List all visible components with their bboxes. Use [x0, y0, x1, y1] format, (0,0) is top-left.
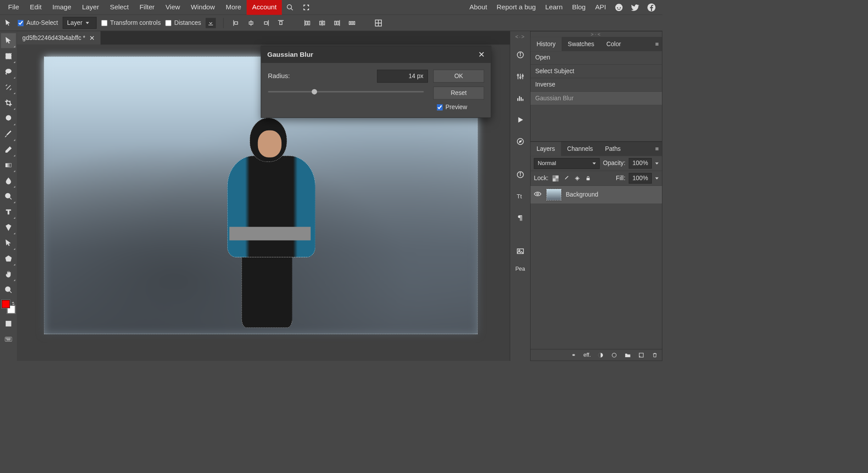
- blur-tool[interactable]: [1, 173, 16, 189]
- menu-more[interactable]: More: [220, 0, 246, 15]
- menu-window[interactable]: Window: [186, 0, 221, 15]
- layer-dropdown[interactable]: Layer: [63, 17, 96, 29]
- fill-input[interactable]: 100%: [629, 173, 652, 184]
- info-icon[interactable]: [513, 48, 527, 62]
- distribute-right-icon[interactable]: [332, 18, 342, 28]
- link-learn[interactable]: Learn: [540, 4, 567, 12]
- link-report-bug[interactable]: Report a bug: [492, 4, 541, 12]
- menu-edit[interactable]: Edit: [24, 0, 47, 15]
- fullscreen-icon[interactable]: [300, 1, 312, 13]
- menu-filter[interactable]: Filter: [134, 0, 160, 15]
- opacity-input[interactable]: 100%: [629, 158, 652, 169]
- auto-select-checkbox-input[interactable]: [18, 20, 24, 26]
- distribute-center-icon[interactable]: [317, 18, 328, 28]
- tab-channels[interactable]: Channels: [561, 142, 599, 156]
- menu-image[interactable]: Image: [47, 0, 77, 15]
- link-about[interactable]: About: [465, 4, 492, 12]
- auto-select-checkbox[interactable]: Auto-Select: [18, 19, 58, 26]
- shape-tool[interactable]: [1, 251, 16, 266]
- lock-all-icon[interactable]: [584, 174, 592, 182]
- tab-swatches[interactable]: Swatches: [562, 37, 600, 51]
- menu-account[interactable]: Account: [247, 0, 282, 15]
- zoom-tool[interactable]: [1, 282, 16, 297]
- transform-controls-input[interactable]: [101, 20, 107, 26]
- folder-icon[interactable]: [624, 351, 631, 359]
- dialog-close-icon[interactable]: ✕: [478, 50, 485, 59]
- type-tool[interactable]: [1, 205, 16, 220]
- foreground-color[interactable]: [2, 300, 10, 308]
- link-blog[interactable]: Blog: [567, 4, 591, 12]
- align-top-icon[interactable]: [276, 18, 286, 28]
- ok-button[interactable]: OK: [433, 70, 484, 83]
- menu-view[interactable]: View: [160, 0, 185, 15]
- radius-slider[interactable]: [268, 91, 424, 92]
- select-tool[interactable]: [1, 49, 16, 64]
- lock-pixels-icon[interactable]: [563, 174, 570, 182]
- hand-tool[interactable]: [1, 267, 16, 282]
- tab-paths[interactable]: Paths: [599, 142, 627, 156]
- slider-thumb[interactable]: [312, 89, 317, 95]
- twitter-icon[interactable]: [629, 1, 641, 13]
- history-item-select-subject[interactable]: Select Subject: [531, 65, 662, 79]
- download-icon[interactable]: [206, 18, 216, 28]
- menu-layer[interactable]: Layer: [77, 0, 105, 15]
- lock-transparency-icon[interactable]: [552, 174, 559, 182]
- distribute-left-icon[interactable]: [302, 18, 313, 28]
- history-item-open[interactable]: Open: [531, 51, 662, 65]
- eyedropper-tool[interactable]: [1, 111, 16, 126]
- panel-menu-icon[interactable]: ≡: [652, 37, 662, 51]
- keyboard-icon[interactable]: [1, 332, 16, 347]
- reddit-icon[interactable]: [613, 1, 625, 13]
- align-left-icon[interactable]: [231, 18, 242, 28]
- history-item-gaussian-blur[interactable]: Gaussian Blur: [531, 92, 662, 106]
- menu-file[interactable]: File: [3, 0, 24, 15]
- new-layer-icon[interactable]: [638, 351, 645, 359]
- layer-thumbnail[interactable]: [546, 189, 562, 201]
- play-icon[interactable]: [513, 113, 527, 127]
- gradient-tool[interactable]: [1, 158, 16, 173]
- close-tab-icon[interactable]: ✕: [89, 34, 95, 42]
- reset-button[interactable]: Reset: [433, 87, 484, 99]
- chevron-down-icon[interactable]: [655, 177, 659, 179]
- link-layers-icon[interactable]: ⚭: [570, 351, 577, 359]
- menu-select[interactable]: Select: [104, 0, 134, 15]
- delete-layer-icon[interactable]: [651, 351, 658, 359]
- drag-handle-icon[interactable]: <·>: [515, 34, 525, 40]
- preview-checkbox[interactable]: [436, 104, 443, 110]
- adjustment-layer-icon[interactable]: [610, 351, 618, 359]
- tab-history[interactable]: History: [531, 37, 562, 51]
- facebook-icon[interactable]: [646, 1, 658, 13]
- document-tab[interactable]: gd5fb2246d43b4abffc * ✕: [17, 31, 101, 45]
- history-item-inverse[interactable]: Inverse: [531, 78, 662, 92]
- search-icon[interactable]: [284, 1, 296, 13]
- chevron-down-icon[interactable]: [655, 162, 659, 165]
- wand-tool[interactable]: [1, 80, 16, 95]
- layer-row-background[interactable]: Background: [531, 186, 662, 204]
- distribute-spacing-icon[interactable]: [347, 18, 357, 28]
- lock-position-icon[interactable]: [574, 174, 581, 182]
- radius-input[interactable]: [377, 70, 428, 83]
- tab-layers[interactable]: Layers: [531, 142, 561, 156]
- path-select-tool[interactable]: [1, 236, 16, 251]
- lasso-tool[interactable]: [1, 64, 16, 79]
- move-tool[interactable]: [1, 33, 16, 48]
- blend-mode-dropdown[interactable]: Normal: [534, 158, 599, 169]
- clone-tool[interactable]: [1, 189, 16, 204]
- pen-tool[interactable]: [1, 220, 16, 235]
- grid-icon[interactable]: [373, 18, 384, 28]
- eraser-tool[interactable]: [1, 142, 16, 157]
- image-icon[interactable]: [513, 244, 527, 258]
- histogram-icon[interactable]: [513, 91, 527, 105]
- paragraph-icon[interactable]: [513, 211, 527, 225]
- layer-effects-icon[interactable]: eff.: [583, 351, 591, 359]
- crop-tool[interactable]: [1, 95, 16, 110]
- brush-tool[interactable]: [1, 126, 16, 142]
- align-center-h-icon[interactable]: [246, 18, 256, 28]
- transform-controls-checkbox[interactable]: Transform controls: [101, 19, 161, 26]
- distances-input[interactable]: [166, 20, 172, 26]
- color-swatch[interactable]: [2, 300, 16, 314]
- quick-mask-icon[interactable]: [1, 316, 16, 331]
- distances-checkbox[interactable]: Distances: [166, 19, 201, 26]
- link-api[interactable]: API: [591, 4, 611, 12]
- tab-color[interactable]: Color: [600, 37, 627, 51]
